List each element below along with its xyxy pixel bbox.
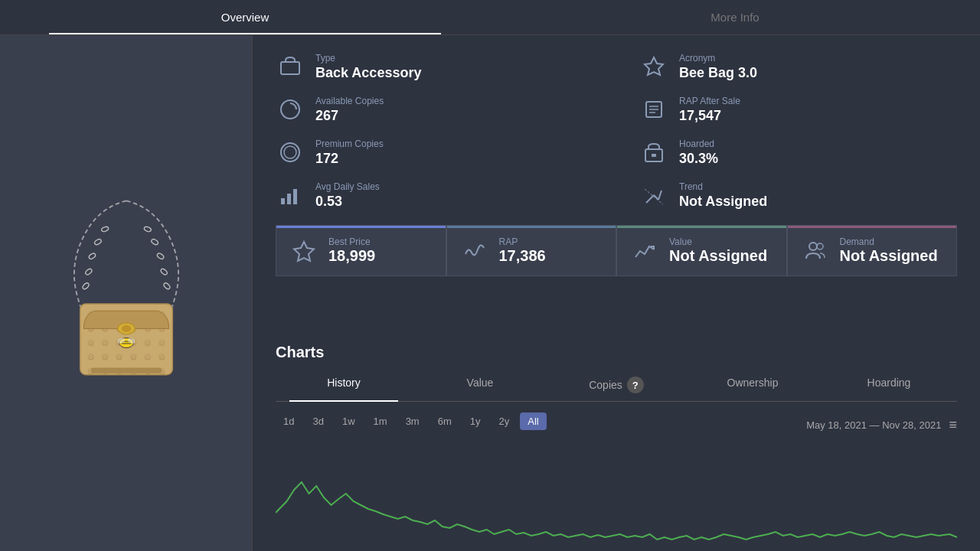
acronym-label: Acronym bbox=[679, 53, 757, 64]
chart-tab-ownership[interactable]: Ownership bbox=[684, 369, 821, 401]
trend-icon bbox=[639, 181, 668, 210]
rap-value: 17,386 bbox=[499, 247, 546, 265]
svg-point-29 bbox=[284, 146, 296, 158]
svg-rect-22 bbox=[281, 62, 299, 74]
type-value: Back Accessory bbox=[315, 65, 421, 81]
tab-more-info[interactable]: More Info bbox=[490, 0, 980, 34]
chart-area bbox=[276, 444, 957, 551]
svg-rect-34 bbox=[293, 189, 297, 204]
right-panel: Type Back Accessory Acronym bbox=[253, 35, 980, 551]
avg-sales-label: Avg Daily Sales bbox=[315, 181, 380, 192]
trend-value: Not Assigned bbox=[679, 194, 767, 210]
premium-icon bbox=[276, 138, 305, 167]
period-6m[interactable]: 6m bbox=[430, 412, 459, 430]
metric-rap[interactable]: RAP 17,386 bbox=[446, 225, 617, 276]
rap-label: RAP bbox=[499, 236, 546, 247]
svg-line-37 bbox=[658, 191, 662, 200]
metric-value[interactable]: Value Not Assigned bbox=[616, 225, 787, 276]
best-price-value: 18,999 bbox=[328, 247, 375, 265]
metric-best-price[interactable]: Best Price 18,999 bbox=[276, 225, 446, 276]
page-wrapper: Overview More Info bbox=[0, 0, 980, 551]
svg-point-6 bbox=[150, 238, 158, 245]
period-1y[interactable]: 1y bbox=[462, 412, 488, 430]
value-value: Not Assigned bbox=[669, 247, 767, 265]
svg-point-15 bbox=[121, 325, 131, 332]
overview-area: Type Back Accessory Acronym bbox=[253, 35, 980, 337]
best-price-icon bbox=[290, 237, 318, 265]
charts-section: Charts History Value Copies ? Ownership … bbox=[253, 337, 980, 551]
period-2y[interactable]: 2y bbox=[491, 412, 517, 430]
svg-point-2 bbox=[88, 253, 96, 260]
demand-value: Not Assigned bbox=[840, 247, 938, 265]
time-periods: 1d 3d 1w 1m 3m 6m 1y 2y All bbox=[276, 412, 547, 430]
stat-trend: Trend Not Assigned bbox=[639, 181, 957, 210]
type-label: Type bbox=[315, 53, 421, 64]
stat-avg-sales: Avg Daily Sales 0.53 bbox=[276, 181, 593, 210]
svg-point-0 bbox=[100, 226, 109, 232]
copies-label: Available Copies bbox=[315, 96, 384, 106]
svg-point-41 bbox=[817, 243, 823, 249]
avg-sales-icon bbox=[276, 181, 305, 210]
hoarded-label: Hoarded bbox=[679, 139, 718, 149]
copies-icon bbox=[276, 95, 305, 124]
period-1m[interactable]: 1m bbox=[366, 412, 395, 430]
acronym-icon bbox=[639, 52, 668, 81]
value-label: Value bbox=[669, 236, 767, 247]
chart-tab-copies[interactable]: Copies ? bbox=[548, 369, 684, 401]
date-range-text: May 18, 2021 — Nov 28, 2021 bbox=[806, 419, 941, 431]
item-image: G bbox=[34, 194, 218, 393]
svg-point-9 bbox=[162, 282, 171, 290]
stat-rap-after: RAP After Sale 17,547 bbox=[639, 95, 957, 124]
charts-title: Charts bbox=[276, 344, 957, 361]
type-icon bbox=[276, 52, 305, 81]
metric-demand[interactable]: Demand Not Assigned bbox=[787, 225, 958, 276]
avg-sales-value: 0.53 bbox=[315, 194, 380, 210]
stat-copies: Available Copies 267 bbox=[276, 95, 593, 124]
period-3m[interactable]: 3m bbox=[398, 412, 427, 430]
chart-tab-value[interactable]: Value bbox=[412, 369, 548, 401]
tab-overview[interactable]: Overview bbox=[0, 0, 490, 34]
svg-rect-32 bbox=[281, 198, 285, 204]
svg-point-3 bbox=[84, 268, 93, 276]
top-tabs: Overview More Info bbox=[0, 0, 980, 35]
svg-rect-21 bbox=[90, 368, 162, 373]
date-range-bar: 1d 3d 1w 1m 3m 6m 1y 2y All May 18, 2021… bbox=[276, 412, 957, 438]
best-price-label: Best Price bbox=[328, 236, 375, 247]
svg-point-7 bbox=[156, 253, 165, 260]
svg-point-4 bbox=[81, 282, 90, 290]
chart-tabs: History Value Copies ? Ownership Hoardin… bbox=[276, 369, 957, 402]
metric-cards: Best Price 18,999 RAP 17,386 bbox=[276, 225, 957, 276]
rap-after-icon bbox=[639, 95, 668, 124]
value-icon bbox=[631, 237, 658, 265]
svg-point-1 bbox=[93, 238, 102, 245]
rap-after-value: 17,547 bbox=[679, 108, 740, 124]
stat-acronym: Acronym Bee Bag 3.0 bbox=[639, 52, 957, 81]
stat-type: Type Back Accessory bbox=[276, 52, 593, 81]
svg-point-8 bbox=[159, 268, 168, 276]
info-circle-icon: ? bbox=[627, 377, 644, 393]
svg-point-40 bbox=[809, 243, 817, 250]
demand-label: Demand bbox=[840, 236, 938, 247]
trend-label: Trend bbox=[679, 181, 767, 192]
period-all[interactable]: All bbox=[520, 412, 546, 430]
chart-menu-icon[interactable]: ≡ bbox=[949, 417, 957, 433]
svg-marker-39 bbox=[294, 242, 314, 261]
stat-premium: Premium Copies 172 bbox=[276, 138, 593, 167]
rap-icon bbox=[461, 237, 488, 265]
svg-point-5 bbox=[143, 226, 152, 232]
acronym-value: Bee Bag 3.0 bbox=[679, 65, 757, 81]
period-1w[interactable]: 1w bbox=[335, 412, 363, 430]
demand-icon bbox=[802, 237, 829, 265]
svg-line-35 bbox=[646, 195, 654, 203]
chart-tab-history[interactable]: History bbox=[276, 369, 412, 401]
period-1d[interactable]: 1d bbox=[276, 412, 302, 430]
stat-hoarded: Hoarded 30.3% bbox=[639, 138, 957, 167]
rap-after-label: RAP After Sale bbox=[679, 96, 740, 106]
content-row: G bbox=[0, 35, 980, 551]
svg-rect-33 bbox=[287, 194, 291, 204]
item-image-panel: G bbox=[0, 35, 253, 551]
svg-rect-31 bbox=[652, 154, 656, 157]
chart-tab-hoarding[interactable]: Hoarding bbox=[821, 369, 957, 401]
period-3d[interactable]: 3d bbox=[305, 412, 331, 430]
premium-label: Premium Copies bbox=[315, 139, 384, 149]
